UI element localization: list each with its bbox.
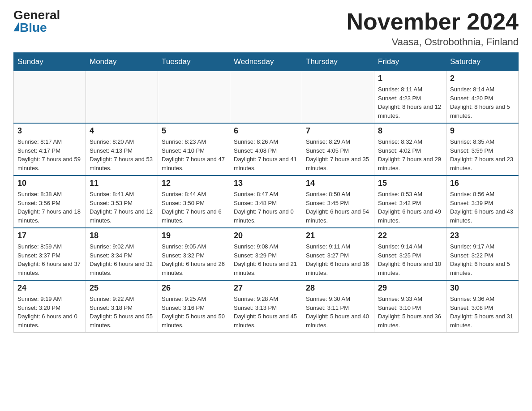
table-row: 25Sunrise: 9:22 AMSunset: 3:18 PMDayligh… — [86, 280, 158, 333]
day-info: Sunrise: 9:08 AMSunset: 3:29 PMDaylight:… — [234, 242, 298, 277]
day-info: Sunrise: 9:17 AMSunset: 3:22 PMDaylight:… — [450, 242, 515, 277]
calendar-week-row: 17Sunrise: 8:59 AMSunset: 3:37 PMDayligh… — [14, 228, 519, 280]
logo-general-text: General — [13, 9, 60, 21]
day-info: Sunrise: 8:17 AMSunset: 4:17 PMDaylight:… — [17, 137, 82, 172]
day-number: 11 — [90, 179, 154, 188]
table-row: 16Sunrise: 8:56 AMSunset: 3:39 PMDayligh… — [446, 176, 519, 228]
day-info: Sunrise: 8:11 AMSunset: 4:23 PMDaylight:… — [378, 85, 442, 120]
day-info: Sunrise: 8:29 AMSunset: 4:05 PMDaylight:… — [306, 137, 370, 172]
day-info: Sunrise: 8:56 AMSunset: 3:39 PMDaylight:… — [450, 190, 515, 225]
col-header-saturday: Saturday — [446, 53, 519, 71]
page-header: General Blue November 2024 Vaasa, Ostrob… — [13, 9, 519, 48]
table-row: 7Sunrise: 8:29 AMSunset: 4:05 PMDaylight… — [302, 123, 374, 176]
day-info: Sunrise: 8:26 AMSunset: 4:08 PMDaylight:… — [234, 137, 298, 172]
col-header-sunday: Sunday — [14, 53, 86, 71]
day-number: 26 — [162, 283, 226, 293]
day-number: 4 — [90, 126, 154, 136]
day-info: Sunrise: 8:35 AMSunset: 3:59 PMDaylight:… — [450, 137, 515, 172]
day-number: 12 — [162, 179, 226, 188]
day-number: 8 — [378, 126, 442, 136]
table-row — [230, 71, 302, 124]
day-number: 3 — [17, 126, 82, 136]
day-info: Sunrise: 9:22 AMSunset: 3:18 PMDaylight:… — [90, 295, 154, 330]
day-info: Sunrise: 9:11 AMSunset: 3:27 PMDaylight:… — [306, 242, 370, 277]
day-number: 5 — [162, 126, 226, 136]
day-number: 9 — [450, 126, 515, 136]
day-info: Sunrise: 8:44 AMSunset: 3:50 PMDaylight:… — [162, 190, 226, 225]
day-number: 17 — [17, 231, 82, 240]
day-number: 23 — [450, 231, 515, 240]
table-row: 10Sunrise: 8:38 AMSunset: 3:56 PMDayligh… — [14, 176, 86, 228]
table-row: 29Sunrise: 9:33 AMSunset: 3:10 PMDayligh… — [374, 280, 446, 333]
calendar-week-row: 1Sunrise: 8:11 AMSunset: 4:23 PMDaylight… — [14, 71, 519, 124]
table-row: 8Sunrise: 8:32 AMSunset: 4:02 PMDaylight… — [374, 123, 446, 176]
day-info: Sunrise: 9:02 AMSunset: 3:34 PMDaylight:… — [90, 242, 154, 277]
day-number: 19 — [162, 231, 226, 240]
table-row: 3Sunrise: 8:17 AMSunset: 4:17 PMDaylight… — [14, 123, 86, 176]
day-number: 27 — [234, 283, 298, 293]
day-info: Sunrise: 8:38 AMSunset: 3:56 PMDaylight:… — [17, 190, 82, 225]
table-row: 4Sunrise: 8:20 AMSunset: 4:13 PMDaylight… — [86, 123, 158, 176]
table-row: 13Sunrise: 8:47 AMSunset: 3:48 PMDayligh… — [230, 176, 302, 228]
location-title: Vaasa, Ostrobothnia, Finland — [347, 36, 519, 48]
day-info: Sunrise: 8:14 AMSunset: 4:20 PMDaylight:… — [450, 85, 515, 120]
table-row: 30Sunrise: 9:36 AMSunset: 3:08 PMDayligh… — [446, 280, 519, 333]
day-number: 6 — [234, 126, 298, 136]
day-info: Sunrise: 8:47 AMSunset: 3:48 PMDaylight:… — [234, 190, 298, 225]
table-row: 1Sunrise: 8:11 AMSunset: 4:23 PMDaylight… — [374, 71, 446, 124]
table-row: 14Sunrise: 8:50 AMSunset: 3:45 PMDayligh… — [302, 176, 374, 228]
day-info: Sunrise: 9:05 AMSunset: 3:32 PMDaylight:… — [162, 242, 226, 277]
table-row: 17Sunrise: 8:59 AMSunset: 3:37 PMDayligh… — [14, 228, 86, 280]
day-info: Sunrise: 8:20 AMSunset: 4:13 PMDaylight:… — [90, 137, 154, 172]
day-number: 1 — [378, 74, 442, 83]
col-header-thursday: Thursday — [302, 53, 374, 71]
col-header-wednesday: Wednesday — [230, 53, 302, 71]
month-title: November 2024 — [347, 9, 519, 34]
calendar-table: Sunday Monday Tuesday Wednesday Thursday… — [13, 52, 519, 333]
table-row: 20Sunrise: 9:08 AMSunset: 3:29 PMDayligh… — [230, 228, 302, 280]
table-row — [158, 71, 230, 124]
day-info: Sunrise: 9:33 AMSunset: 3:10 PMDaylight:… — [378, 295, 442, 330]
day-info: Sunrise: 8:41 AMSunset: 3:53 PMDaylight:… — [90, 190, 154, 225]
table-row — [302, 71, 374, 124]
day-info: Sunrise: 8:23 AMSunset: 4:10 PMDaylight:… — [162, 137, 226, 172]
day-number: 25 — [90, 283, 154, 293]
day-number: 16 — [450, 179, 515, 188]
col-header-monday: Monday — [86, 53, 158, 71]
day-number: 22 — [378, 231, 442, 240]
day-info: Sunrise: 8:50 AMSunset: 3:45 PMDaylight:… — [306, 190, 370, 225]
day-info: Sunrise: 9:14 AMSunset: 3:25 PMDaylight:… — [378, 242, 442, 277]
table-row: 9Sunrise: 8:35 AMSunset: 3:59 PMDaylight… — [446, 123, 519, 176]
day-number: 18 — [90, 231, 154, 240]
table-row: 22Sunrise: 9:14 AMSunset: 3:25 PMDayligh… — [374, 228, 446, 280]
table-row: 11Sunrise: 8:41 AMSunset: 3:53 PMDayligh… — [86, 176, 158, 228]
table-row: 2Sunrise: 8:14 AMSunset: 4:20 PMDaylight… — [446, 71, 519, 124]
day-info: Sunrise: 9:25 AMSunset: 3:16 PMDaylight:… — [162, 295, 226, 330]
day-number: 7 — [306, 126, 370, 136]
logo: General Blue — [13, 9, 60, 34]
calendar-week-row: 24Sunrise: 9:19 AMSunset: 3:20 PMDayligh… — [14, 280, 519, 333]
table-row: 27Sunrise: 9:28 AMSunset: 3:13 PMDayligh… — [230, 280, 302, 333]
day-number: 28 — [306, 283, 370, 293]
day-number: 2 — [450, 74, 515, 83]
logo-blue-text: Blue — [13, 21, 47, 34]
calendar-week-row: 3Sunrise: 8:17 AMSunset: 4:17 PMDaylight… — [14, 123, 519, 176]
day-number: 13 — [234, 179, 298, 188]
table-row: 15Sunrise: 8:53 AMSunset: 3:42 PMDayligh… — [374, 176, 446, 228]
table-row: 28Sunrise: 9:30 AMSunset: 3:11 PMDayligh… — [302, 280, 374, 333]
table-row: 5Sunrise: 8:23 AMSunset: 4:10 PMDaylight… — [158, 123, 230, 176]
day-number: 14 — [306, 179, 370, 188]
day-number: 10 — [17, 179, 82, 188]
day-number: 30 — [450, 283, 515, 293]
day-info: Sunrise: 8:59 AMSunset: 3:37 PMDaylight:… — [17, 242, 82, 277]
day-number: 20 — [234, 231, 298, 240]
day-info: Sunrise: 9:36 AMSunset: 3:08 PMDaylight:… — [450, 295, 515, 330]
title-area: November 2024 Vaasa, Ostrobothnia, Finla… — [347, 9, 519, 48]
calendar-week-row: 10Sunrise: 8:38 AMSunset: 3:56 PMDayligh… — [14, 176, 519, 228]
table-row — [14, 71, 86, 124]
day-info: Sunrise: 8:32 AMSunset: 4:02 PMDaylight:… — [378, 137, 442, 172]
day-number: 21 — [306, 231, 370, 240]
col-header-friday: Friday — [374, 53, 446, 71]
table-row: 18Sunrise: 9:02 AMSunset: 3:34 PMDayligh… — [86, 228, 158, 280]
table-row — [86, 71, 158, 124]
